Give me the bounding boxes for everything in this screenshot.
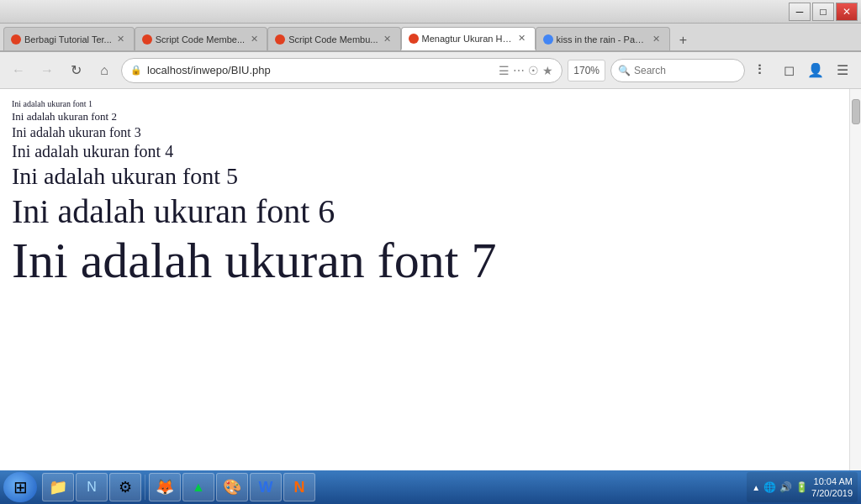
- browser-body: Ini adalah ukuran font 1 Ini adalah ukur…: [0, 89, 861, 470]
- scrollbar-thumb[interactable]: [852, 99, 860, 124]
- tab-label-menagtur: Menagtur Ukuran Huruf: [422, 34, 513, 44]
- tray-network-icon: 🌐: [763, 481, 776, 493]
- font-line-3: Ini adalah ukuran font 3: [12, 125, 837, 140]
- word-icon: W: [259, 479, 273, 496]
- clock-time: 10:04 AM: [811, 475, 853, 487]
- font-line-7: Ini adalah ukuran font 7: [12, 233, 837, 288]
- library-icon[interactable]: ⠇: [750, 59, 774, 82]
- refresh-button[interactable]: ↻: [64, 59, 87, 82]
- font-line-2: Ini adalah ukuran font 2: [12, 110, 837, 123]
- paint-icon: 🎨: [223, 478, 241, 496]
- search-bar[interactable]: 🔍: [610, 59, 745, 82]
- font-line-6: Ini adalah ukuran font 6: [12, 192, 837, 231]
- tab-kiss[interactable]: kiss in the rain - Pan... ✕: [536, 27, 670, 50]
- taskbar-app-explorer[interactable]: 📁: [42, 473, 74, 501]
- taskbar-app-word[interactable]: W: [250, 473, 282, 501]
- search-input[interactable]: [634, 65, 726, 76]
- search-icon: 🔍: [618, 65, 631, 76]
- tab-close-script2[interactable]: ✕: [382, 34, 394, 45]
- zoom-indicator: 170%: [568, 60, 605, 81]
- tab-close-script1[interactable]: ✕: [248, 34, 260, 45]
- title-bar: ─ □ ✕: [0, 0, 861, 24]
- window-controls: ─ □ ✕: [789, 3, 858, 21]
- tab-script2[interactable]: Script Code Membu... ✕: [267, 27, 400, 50]
- notepad-icon: N: [87, 480, 97, 495]
- tab-favicon-script2: [275, 34, 285, 45]
- minimize-button[interactable]: ─: [789, 3, 811, 21]
- taskbar-app-arrow[interactable]: ▲: [182, 473, 214, 501]
- address-input[interactable]: [147, 64, 494, 76]
- menu-button[interactable]: ☰: [831, 59, 854, 82]
- forward-button[interactable]: →: [35, 59, 59, 82]
- tab-script1[interactable]: Script Code Membe... ✕: [135, 27, 267, 50]
- tab-favicon-berbagi: [11, 34, 21, 45]
- tab-label-script1: Script Code Membe...: [156, 34, 245, 45]
- windows-icon: ⊞: [13, 477, 28, 497]
- xampp-icon: ⚙: [119, 478, 132, 496]
- system-clock: 10:04 AM 7/20/2019: [811, 475, 853, 500]
- start-button[interactable]: ⊞: [3, 472, 37, 502]
- address-actions: ☰ ⋯ ☉ ★: [499, 64, 553, 77]
- page-content: Ini adalah ukuran font 1 Ini adalah ukur…: [0, 89, 849, 470]
- more-icon[interactable]: ⋯: [513, 64, 525, 77]
- tab-label-script2: Script Code Membu...: [288, 34, 378, 45]
- reader-icon[interactable]: ☰: [499, 64, 510, 77]
- font-line-1: Ini adalah ukuran font 1: [12, 99, 837, 108]
- tab-menagtur[interactable]: Menagtur Ukuran Huruf ✕: [401, 27, 536, 50]
- home-button[interactable]: ⌂: [92, 59, 116, 82]
- arrow-icon: ▲: [192, 480, 205, 495]
- taskbar-separator-1: [145, 475, 145, 500]
- clock-date: 7/20/2019: [811, 487, 853, 499]
- taskbar: ⊞ 📁 N ⚙ 🦊 ▲ 🎨 W N ▲ 🌐 🔊 🔋 10:04 AM 7/20/…: [0, 470, 861, 504]
- maximize-button[interactable]: □: [812, 3, 834, 21]
- tab-bar: Berbagi Tutorial Ter... ✕ Script Code Me…: [0, 24, 861, 52]
- shield-icon: ☉: [528, 64, 539, 77]
- taskbar-app-orange[interactable]: N: [283, 473, 315, 501]
- taskbar-app-paint[interactable]: 🎨: [216, 473, 248, 501]
- tab-favicon-kiss: [543, 34, 553, 45]
- tab-label-kiss: kiss in the rain - Pan...: [557, 34, 647, 45]
- taskbar-app-xampp[interactable]: ⚙: [109, 473, 141, 501]
- navigation-bar: ← → ↻ ⌂ 🔒 ☰ ⋯ ☉ ★ 170% 🔍 ⠇ ◻ 👤 ☰: [0, 52, 861, 89]
- sync-icon[interactable]: ◻: [777, 59, 800, 82]
- taskbar-app-firefox[interactable]: 🦊: [149, 473, 181, 501]
- tab-close-berbagi[interactable]: ✕: [115, 34, 127, 45]
- tray-up-arrow[interactable]: ▲: [752, 483, 760, 492]
- taskbar-app-notepad[interactable]: N: [76, 473, 108, 501]
- nav-extras: ⠇ ◻ 👤 ☰: [750, 59, 854, 82]
- tray-battery-icon: 🔋: [795, 481, 808, 493]
- tab-berbagi[interactable]: Berbagi Tutorial Ter... ✕: [3, 27, 135, 50]
- font-line-5: Ini adalah ukuran font 5: [12, 163, 837, 190]
- back-button[interactable]: ←: [7, 59, 30, 82]
- address-bar[interactable]: 🔒 ☰ ⋯ ☉ ★: [121, 58, 563, 83]
- tab-favicon-menagtur: [409, 34, 419, 44]
- lock-icon: 🔒: [130, 65, 142, 76]
- tab-close-menagtur[interactable]: ✕: [516, 33, 528, 45]
- tab-label-berbagi: Berbagi Tutorial Ter...: [24, 34, 112, 45]
- close-button[interactable]: ✕: [836, 3, 858, 21]
- explorer-icon: 📁: [49, 478, 67, 496]
- scrollbar[interactable]: [849, 89, 861, 470]
- tray-volume-icon: 🔊: [779, 481, 792, 493]
- profile-icon[interactable]: 👤: [804, 59, 827, 82]
- system-tray: ▲ 🌐 🔊 🔋 10:04 AM 7/20/2019: [747, 472, 858, 502]
- star-icon[interactable]: ★: [542, 64, 553, 77]
- tab-close-kiss[interactable]: ✕: [651, 34, 663, 45]
- font-line-4: Ini adalah ukuran font 4: [12, 142, 837, 161]
- firefox-icon: 🦊: [156, 478, 174, 496]
- tab-favicon-script1: [142, 34, 152, 45]
- orange-icon: N: [294, 479, 305, 496]
- new-tab-button[interactable]: +: [672, 30, 695, 50]
